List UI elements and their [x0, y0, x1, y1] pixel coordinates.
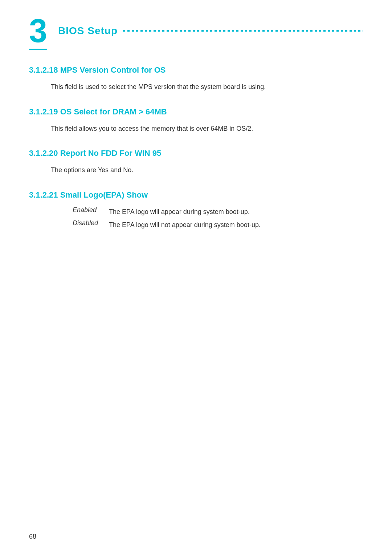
definition-description: The EPA logo will appear during system b… — [109, 206, 250, 218]
section-text-3.1.2.18: This field is used to select the MPS ver… — [51, 81, 348, 93]
section-text-3.1.2.20: The options are Yes and No. — [51, 165, 348, 176]
header-title-area: BIOS Setup — [58, 25, 363, 37]
definition-list-3.1.2.21: Enabled The EPA logo will appear during … — [73, 206, 363, 231]
definition-description: The EPA logo will not appear during syst… — [109, 219, 261, 231]
header-dots-decoration — [123, 30, 363, 32]
section-body-3.1.2.19: This field allows you to access the memo… — [51, 123, 363, 134]
chapter-number: 3 — [29, 15, 47, 47]
definition-item: Enabled The EPA logo will appear during … — [73, 206, 363, 218]
page-header: 3 BIOS Setup — [29, 15, 363, 47]
header-title: BIOS Setup — [58, 25, 118, 37]
definition-item: Disabled The EPA logo will not appear du… — [73, 219, 363, 231]
page-number: 68 — [29, 533, 36, 540]
section-heading-3.1.2.19: 3.1.2.19 OS Select for DRAM > 64MB — [29, 107, 363, 117]
page-container: 3 BIOS Setup 3.1.2.18 MPS Version Contro… — [0, 0, 392, 555]
section-heading-3.1.2.18: 3.1.2.18 MPS Version Control for OS — [29, 65, 363, 75]
section-body-3.1.2.18: This field is used to select the MPS ver… — [51, 81, 363, 93]
section-text-3.1.2.19: This field allows you to access the memo… — [51, 123, 348, 134]
section-heading-3.1.2.21: 3.1.2.21 Small Logo(EPA) Show — [29, 190, 363, 200]
definition-term: Enabled — [73, 206, 109, 214]
sections-container: 3.1.2.18 MPS Version Control for OSThis … — [29, 65, 363, 231]
section-heading-3.1.2.20: 3.1.2.20 Report No FDD For WIN 95 — [29, 149, 363, 158]
definition-term: Disabled — [73, 219, 109, 227]
section-body-3.1.2.20: The options are Yes and No. — [51, 165, 363, 176]
